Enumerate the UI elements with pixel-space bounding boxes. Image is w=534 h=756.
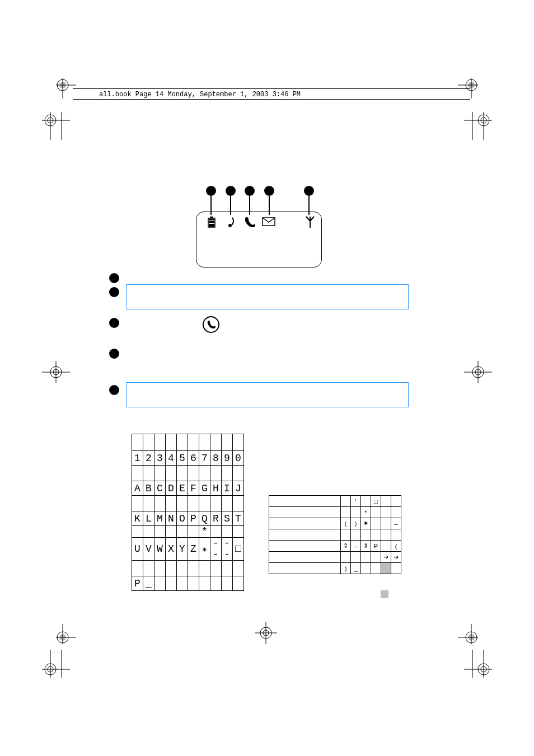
char-cell: K (132, 511, 143, 526)
gray-legend-square (381, 590, 388, 598)
character-table: 1 2 3 4 5 6 7 8 9 0 A B C D E F G H I J … (132, 434, 244, 591)
char-cell: Z (188, 538, 199, 561)
char-cell: L (143, 511, 154, 526)
char-cell: J (233, 481, 244, 496)
char-cell: _ (143, 576, 154, 591)
sym-cell (341, 529, 351, 541)
callout-bullet-2 (226, 186, 236, 196)
char-cell: O (177, 511, 188, 526)
crop-mark-bottom-left-2 (42, 650, 70, 678)
sym-cell-gray (381, 563, 391, 574)
sym-cell (371, 552, 381, 563)
char-cell (222, 576, 233, 591)
char-cell (154, 576, 166, 591)
sym-cell: □ (371, 496, 381, 507)
sym-cell (361, 563, 371, 574)
sym-cell: -- (391, 518, 401, 529)
svg-point-29 (59, 634, 66, 641)
char-cell (210, 576, 222, 591)
sym-cell: ⇕ (361, 541, 371, 552)
lcd-icon-row (202, 215, 320, 229)
sym-cell (381, 541, 391, 552)
lcd-display-box (196, 212, 322, 267)
sym-cell: ) (341, 563, 351, 574)
sym-cell: ) (351, 518, 361, 529)
crop-mark-top-left (56, 78, 76, 98)
sym-label (269, 552, 341, 563)
char-cell (177, 576, 188, 591)
list-bullet-5 (109, 385, 119, 395)
char-cell: B (143, 481, 154, 496)
char-cell (188, 526, 199, 538)
svg-rect-49 (210, 217, 213, 218)
char-cell: T (233, 511, 244, 526)
char-cell: P (132, 576, 143, 591)
char-cell: 6 (188, 451, 199, 466)
char-cell: N (166, 511, 177, 526)
sym-cell (361, 552, 371, 563)
sym-cell (351, 529, 361, 541)
sym-cell (371, 518, 381, 529)
sym-cell (361, 529, 371, 541)
sym-cell: _ (351, 563, 361, 574)
char-cell: E (177, 481, 188, 496)
symbol-table: ’ □ * ( ) ✷ -- ⇕ -- ⇕ P ( (269, 495, 401, 574)
char-cell: ✴ (199, 538, 210, 561)
char-cell: F (188, 481, 199, 496)
sym-label (269, 518, 341, 529)
callout-bullet-4 (264, 186, 274, 196)
highlight-box-2 (126, 382, 409, 407)
char-cell: H (210, 481, 222, 496)
char-cell: * (199, 526, 210, 538)
char-cell: -- (222, 538, 233, 561)
sym-cell (341, 507, 351, 518)
battery-icon (202, 215, 221, 229)
sym-label (269, 496, 341, 507)
antenna-icon (301, 215, 320, 229)
sym-cell: ⇕ (341, 541, 351, 552)
callout-bullet-1 (206, 186, 216, 196)
talk-key-icon (203, 316, 219, 333)
char-cell: V (143, 538, 154, 561)
svg-rect-50 (209, 224, 214, 227)
char-cell: 0 (233, 451, 244, 466)
char-cell: 5 (177, 451, 188, 466)
sym-cell (341, 552, 351, 563)
sym-cell: ( (391, 541, 401, 552)
char-cell: W (154, 538, 166, 561)
char-cell: Y (177, 538, 188, 561)
char-cell (233, 576, 244, 591)
sym-cell: ➔ (381, 552, 391, 563)
crop-mark-left (42, 361, 70, 383)
sym-cell: ➔ (391, 552, 401, 563)
sym-cell (371, 563, 381, 574)
sym-cell (381, 518, 391, 529)
sym-cell (351, 552, 361, 563)
sym-cell (381, 529, 391, 541)
sym-cell: ( (341, 518, 351, 529)
sym-label (269, 541, 341, 552)
sym-cell (391, 496, 401, 507)
char-cell (222, 526, 233, 538)
sym-label (269, 507, 341, 518)
sym-cell (391, 529, 401, 541)
char-cell: 3 (154, 451, 166, 466)
char-cell: S (222, 511, 233, 526)
svg-point-38 (468, 634, 475, 641)
note-icon (221, 215, 240, 229)
svg-point-3 (59, 82, 66, 88)
char-cell: U (132, 538, 143, 561)
crop-mark-bottom-center (255, 622, 277, 644)
char-cell (154, 526, 166, 538)
sym-cell (381, 496, 391, 507)
crop-mark-top-left-2 (42, 112, 70, 140)
handset-icon (240, 215, 259, 229)
sym-cell (341, 496, 351, 507)
sym-cell (391, 507, 401, 518)
char-cell (199, 576, 210, 591)
svg-point-12 (468, 82, 475, 88)
crop-mark-bottom-right (458, 624, 478, 644)
sym-cell (371, 507, 381, 518)
crop-mark-right (464, 361, 492, 383)
sym-cell (371, 529, 381, 541)
